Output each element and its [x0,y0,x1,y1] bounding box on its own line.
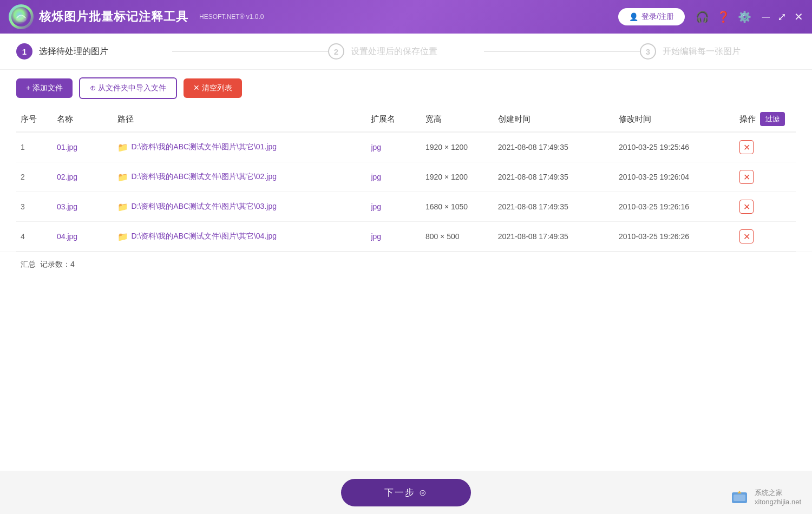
th-op: 操作 过滤 [735,107,796,132]
step-1-number: 1 [16,43,32,60]
cell-num: 1 [16,132,53,162]
clear-list-button[interactable]: ✕ 清空列表 [184,78,242,98]
folder-icon: 📁 [117,172,128,182]
cell-size: 1920 × 1200 [421,162,494,192]
watermark-text: 系统之家 xitongzhijia.net [755,489,801,507]
table-row: 3 03.jpg 📁 D:\资料\我的ABC测试文件\图片\其它\03.jpg … [16,192,796,222]
cell-path: 📁 D:\资料\我的ABC测试文件\图片\其它\02.jpg [113,162,367,192]
maximize-button[interactable]: ⤢ [777,10,787,23]
next-step-button[interactable]: 下一步 ⊙ [341,479,471,506]
cell-size: 1680 × 1050 [421,192,494,222]
steps-header: 1 选择待处理的图片 2 设置处理后的保存位置 3 开始编辑每一张图片 [0,34,812,70]
cell-created: 2021-08-08 17:49:35 [494,192,614,222]
table-row: 2 02.jpg 📁 D:\资料\我的ABC测试文件\图片\其它\02.jpg … [16,162,796,192]
cell-op: ✕ [735,222,796,252]
step-2: 2 设置处理后的保存位置 [328,43,484,60]
cell-ext: jpg [366,162,421,192]
step-3-number: 3 [640,43,656,60]
cell-num: 2 [16,162,53,192]
cell-created: 2021-08-08 17:49:35 [494,132,614,162]
cell-modified: 2010-03-25 19:26:26 [614,222,735,252]
step-divider-2 [484,51,640,52]
add-file-button[interactable]: + 添加文件 [16,78,73,98]
th-size: 宽高 [421,107,494,132]
file-table: 序号 名称 路径 扩展名 宽高 创建时间 修改时间 操作 过滤 [16,107,796,252]
help-icon[interactable]: ❓ [717,10,730,23]
cell-path: 📁 D:\资料\我的ABC测试文件\图片\其它\04.jpg [113,222,367,252]
headset-icon[interactable]: 🎧 [696,10,709,23]
th-ext: 扩展名 [366,107,421,132]
cell-op: ✕ [735,162,796,192]
cell-name: 01.jpg [53,132,113,162]
svg-rect-3 [734,495,745,501]
delete-row-button[interactable]: ✕ [739,229,754,243]
folder-icon: 📁 [117,202,128,212]
cell-num: 4 [16,222,53,252]
summary-count: 记录数：4 [40,260,75,269]
watermark: 系统之家 xitongzhijia.net [731,488,801,508]
app-version: HESOFT.NET® v1.0.0 [199,13,264,21]
app-logo [9,4,34,29]
toolbar: + 添加文件 ⊕ 从文件夹中导入文件 ✕ 清空列表 [0,70,812,107]
next-step-label: 下一步 ⊙ [384,486,428,499]
step-2-label: 设置处理后的保存位置 [351,46,437,57]
delete-row-button[interactable]: ✕ [739,170,754,184]
cell-name: 03.jpg [53,192,113,222]
th-num: 序号 [16,107,53,132]
delete-row-button[interactable]: ✕ [739,140,754,154]
import-folder-button[interactable]: ⊕ 从文件夹中导入文件 [79,77,177,99]
folder-icon: 📁 [117,142,128,153]
step-1-label: 选择待处理的图片 [39,46,108,57]
cell-created: 2021-08-08 17:49:35 [494,162,614,192]
th-path: 路径 [113,107,367,132]
main-content: 1 选择待处理的图片 2 设置处理后的保存位置 3 开始编辑每一张图片 + 添加… [0,34,812,514]
titlebar: 核烁图片批量标记注释工具 HESOFT.NET® v1.0.0 👤 登录/注册 … [0,0,812,34]
cell-op: ✕ [735,132,796,162]
file-table-wrapper: 序号 名称 路径 扩展名 宽高 创建时间 修改时间 操作 过滤 [0,107,812,252]
step-1: 1 选择待处理的图片 [16,43,172,60]
cell-modified: 2010-03-25 19:26:16 [614,192,735,222]
step-2-number: 2 [328,43,344,60]
watermark-icon [731,488,750,508]
cell-path: 📁 D:\资料\我的ABC测试文件\图片\其它\01.jpg [113,132,367,162]
cell-size: 800 × 500 [421,222,494,252]
cell-name: 02.jpg [53,162,113,192]
step-divider-1 [172,51,328,52]
table-header: 序号 名称 路径 扩展名 宽高 创建时间 修改时间 操作 过滤 [16,107,796,132]
cell-modified: 2010-03-25 19:25:46 [614,132,735,162]
cell-path: 📁 D:\资料\我的ABC测试文件\图片\其它\03.jpg [113,192,367,222]
cell-modified: 2010-03-25 19:26:04 [614,162,735,192]
th-created: 创建时间 [494,107,614,132]
cell-num: 3 [16,192,53,222]
svg-marker-4 [737,491,742,493]
delete-row-button[interactable]: ✕ [739,200,754,214]
cell-size: 1920 × 1200 [421,132,494,162]
table-body: 1 01.jpg 📁 D:\资料\我的ABC测试文件\图片\其它\01.jpg … [16,132,796,252]
summary-row: 汇总 记录数：4 [0,252,812,277]
logo-area: 核烁图片批量标记注释工具 HESOFT.NET® v1.0.0 [9,4,264,29]
table-row: 1 01.jpg 📁 D:\资料\我的ABC测试文件\图片\其它\01.jpg … [16,132,796,162]
app-title: 核烁图片批量标记注释工具 [39,9,188,25]
folder-icon: 📁 [117,232,128,242]
add-file-label: + 添加文件 [26,83,63,93]
close-button[interactable]: ✕ [794,10,803,23]
cell-name: 04.jpg [53,222,113,252]
cell-ext: jpg [366,222,421,252]
login-button[interactable]: 👤 登录/注册 [618,8,685,25]
cell-created: 2021-08-08 17:49:35 [494,222,614,252]
settings-icon[interactable]: ⚙️ [738,10,751,23]
bottom-bar: 下一步 ⊙ [0,471,812,514]
step-3-label: 开始编辑每一张图片 [663,46,741,57]
clear-list-label: ✕ 清空列表 [193,83,232,93]
th-name: 名称 [53,107,113,132]
window-controls: ─ ⤢ ✕ [762,10,803,23]
filter-button[interactable]: 过滤 [760,112,785,126]
user-icon: 👤 [629,12,638,21]
minimize-button[interactable]: ─ [762,11,770,23]
cell-ext: jpg [366,192,421,222]
import-folder-label: ⊕ 从文件夹中导入文件 [90,83,166,93]
cell-op: ✕ [735,192,796,222]
summary-label: 汇总 [21,260,36,269]
step-3: 3 开始编辑每一张图片 [640,43,796,60]
table-row: 4 04.jpg 📁 D:\资料\我的ABC测试文件\图片\其它\04.jpg … [16,222,796,252]
